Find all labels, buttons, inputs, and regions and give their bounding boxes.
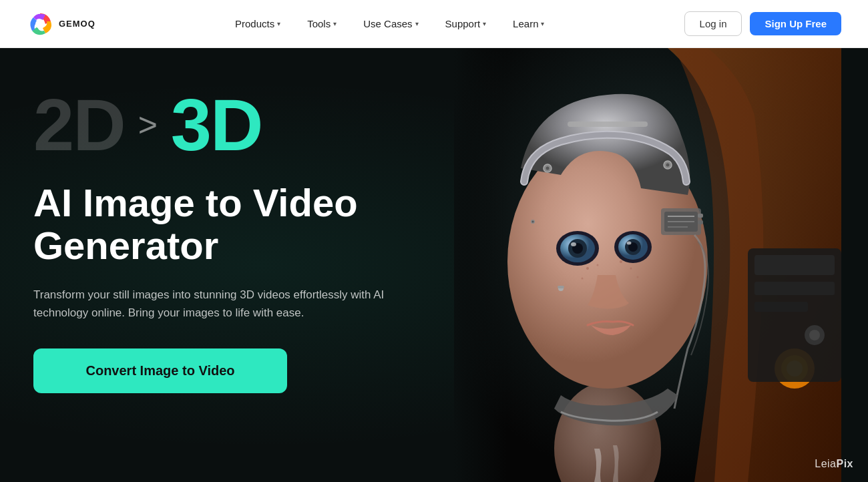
svg-point-11 [666, 164, 670, 167]
svg-rect-36 [558, 286, 564, 288]
svg-point-29 [586, 267, 589, 270]
tools-chevron-icon: ▾ [333, 20, 337, 27]
svg-point-34 [637, 276, 639, 278]
svg-point-47 [809, 330, 820, 340]
logo-text: GEMOQ [59, 19, 95, 29]
hero-image-area: LeiaPix [454, 48, 868, 482]
hero-image-overlay [454, 48, 507, 482]
products-chevron-icon: ▾ [277, 20, 280, 27]
nav-links: Products ▾ Tools ▾ Use Cases ▾ Support ▾… [224, 13, 556, 35]
svg-point-23 [571, 242, 576, 246]
svg-rect-18 [698, 220, 703, 224]
svg-point-30 [597, 264, 599, 266]
svg-rect-44 [754, 282, 835, 295]
nav-tools[interactable]: Tools ▾ [296, 13, 347, 35]
label-3d: 3D [171, 88, 262, 162]
robot-face-image [454, 48, 841, 482]
label-2d: 2D [33, 88, 125, 162]
svg-point-28 [627, 242, 632, 245]
watermark-leia: Leia [815, 458, 836, 469]
svg-point-32 [630, 268, 632, 270]
svg-rect-43 [754, 255, 835, 275]
hero-section: 2D > 3D AI Image to Video Generator Tran… [0, 48, 868, 482]
learn-chevron-icon: ▾ [541, 20, 544, 27]
logo-icon [27, 11, 53, 37]
hero-title: AI Image to Video Generator [33, 182, 421, 267]
svg-rect-17 [698, 214, 703, 218]
hero-description: Transform your still images into stunnin… [33, 286, 407, 322]
signup-button[interactable]: Sign Up Free [750, 12, 841, 35]
svg-point-31 [620, 260, 622, 263]
arrow-right-icon: > [138, 105, 158, 144]
hero-2d3d-label: 2D > 3D [33, 88, 421, 162]
nav-actions: Log in Sign Up Free [684, 11, 841, 36]
nav-support[interactable]: Support ▾ [435, 13, 497, 35]
svg-point-9 [546, 167, 550, 170]
svg-rect-45 [754, 302, 808, 312]
use-cases-chevron-icon: ▾ [415, 20, 419, 27]
login-button[interactable]: Log in [684, 11, 742, 36]
svg-point-38 [532, 221, 534, 223]
logo[interactable]: GEMOQ [27, 11, 95, 37]
cta-button[interactable]: Convert Image to Video [33, 348, 287, 393]
leiapix-watermark: LeiaPix [815, 458, 853, 470]
svg-rect-6 [568, 122, 648, 127]
svg-point-1 [35, 19, 45, 29]
navbar: GEMOQ Products ▾ Tools ▾ Use Cases ▾ Sup… [0, 0, 868, 48]
nav-learn[interactable]: Learn ▾ [502, 13, 555, 35]
watermark-pix: Pix [836, 458, 853, 469]
svg-point-33 [582, 278, 584, 280]
hero-left: 2D > 3D AI Image to Video Generator Tran… [0, 48, 454, 482]
support-chevron-icon: ▾ [483, 20, 486, 27]
nav-products[interactable]: Products ▾ [224, 13, 291, 35]
nav-use-cases[interactable]: Use Cases ▾ [353, 13, 429, 35]
